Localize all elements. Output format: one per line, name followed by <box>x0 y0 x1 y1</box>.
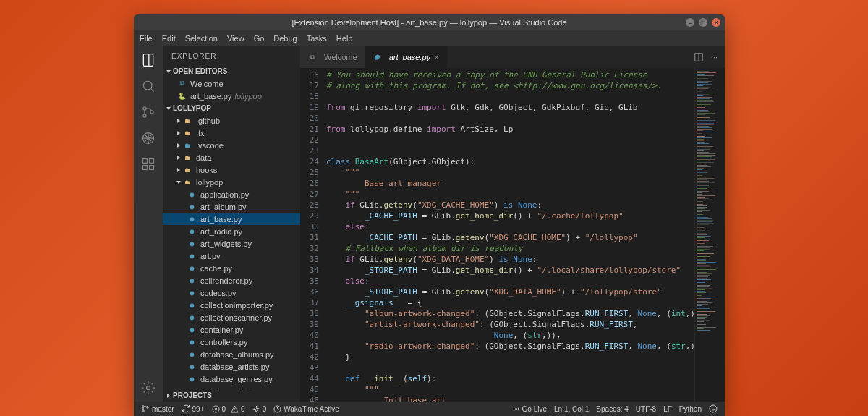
editor-actions: ··· <box>686 46 725 68</box>
folder-item[interactable]: 🖿.github <box>163 114 300 127</box>
indentation[interactable]: Spaces: 4 <box>596 405 628 413</box>
folder-item[interactable]: 🖿lollypop <box>163 176 300 188</box>
cursor-position[interactable]: Ln 1, Col 1 <box>554 405 589 413</box>
file-item[interactable]: ⬤application.py <box>163 188 300 200</box>
file-item[interactable]: ⬤database_genres.py <box>163 373 300 385</box>
project-section[interactable]: LOLLYPOP <box>163 102 300 114</box>
language-mode[interactable]: Python <box>679 405 702 413</box>
menu-go[interactable]: Go <box>254 34 265 43</box>
python-file-icon: 🐍 <box>177 91 187 101</box>
problems[interactable]: 0 0 <box>212 405 245 413</box>
file-item[interactable]: ⬤database_albums.py <box>163 348 300 360</box>
python-file-icon: ⬤ <box>187 337 197 347</box>
git-branch[interactable]: master <box>141 404 174 413</box>
maximize-button[interactable]: ▢ <box>699 18 707 27</box>
svg-point-9 <box>147 386 150 390</box>
source-control-icon[interactable] <box>140 104 156 120</box>
file-tree: 🖿.github🖿.tx🖿.vscode🖿data🖿hooks🖿lollypop… <box>163 114 300 389</box>
python-file-icon: ⬤ <box>187 263 197 273</box>
titlebar: [Extension Development Host] - art_base.… <box>134 14 725 30</box>
open-editors-section[interactable]: OPEN EDITORS <box>163 65 300 77</box>
python-file-icon: ⬤ <box>187 300 197 310</box>
chevron-icon <box>177 156 180 160</box>
editor-tab[interactable]: ⧉Welcome <box>300 46 365 68</box>
minimize-button[interactable]: ‒ <box>686 18 694 27</box>
editor-tabs: ⧉Welcome⬤art_base.py× ··· <box>300 46 725 68</box>
wakatime-status[interactable]: WakaTime Active <box>273 405 339 413</box>
python-file-icon: ⬤ <box>187 362 197 371</box>
debug-icon[interactable] <box>140 130 156 146</box>
editor-area: ⧉Welcome⬤art_base.py× ··· 16171819202122… <box>300 46 725 402</box>
eol[interactable]: LF <box>663 405 672 413</box>
projects-section[interactable]: PROJECTS <box>163 389 300 402</box>
chevron-right-icon <box>167 394 170 398</box>
python-file-icon: ⬤ <box>187 239 197 248</box>
file-item[interactable]: ⬤cache.py <box>163 262 300 274</box>
file-item[interactable]: ⬤controllers.py <box>163 336 300 348</box>
search-icon[interactable] <box>140 78 156 94</box>
file-item[interactable]: ⬤collectionimporter.py <box>163 299 300 311</box>
folder-icon: 🖿 <box>183 153 192 162</box>
menu-file[interactable]: File <box>140 34 153 43</box>
svg-rect-5 <box>143 159 148 164</box>
close-tab-icon[interactable]: × <box>434 53 438 61</box>
file-item[interactable]: ⬤cellrenderer.py <box>163 274 300 286</box>
folder-item[interactable]: 🖿.vscode <box>163 139 300 151</box>
folder-item[interactable]: 🖿data <box>163 151 300 164</box>
menu-help[interactable]: Help <box>336 34 353 43</box>
settings-gear-icon[interactable] <box>140 380 156 396</box>
explorer-icon[interactable] <box>140 52 156 68</box>
code-content[interactable]: # You should have received a copy of the… <box>326 68 694 402</box>
file-item[interactable]: ⬤codecs.py <box>163 286 300 299</box>
activity-bar <box>134 46 163 402</box>
svg-point-0 <box>143 81 152 90</box>
menu-tasks[interactable]: Tasks <box>307 34 327 43</box>
minimap[interactable] <box>694 68 725 402</box>
svg-point-17 <box>710 405 717 412</box>
chevron-icon <box>177 119 180 123</box>
python-file-icon: ⬤ <box>187 276 197 285</box>
folder-icon: 🖿 <box>183 165 192 174</box>
editor[interactable]: 1617181920212223242526272829303132333435… <box>300 68 725 402</box>
python-file-icon: ⬤ <box>187 288 197 297</box>
python-file-icon: ⬤ <box>187 251 197 260</box>
open-editor-item[interactable]: ⧉Welcome <box>163 77 300 90</box>
file-item[interactable]: ⬤container.py <box>163 323 300 336</box>
menu-view[interactable]: View <box>227 34 244 43</box>
menu-debug[interactable]: Debug <box>273 34 297 43</box>
feedback-icon[interactable] <box>709 404 718 413</box>
git-sync[interactable]: 99+ <box>182 404 205 413</box>
split-editor-icon[interactable] <box>694 52 704 62</box>
file-item[interactable]: ⬤art_radio.py <box>163 225 300 237</box>
folder-item[interactable]: 🖿.tx <box>163 127 300 139</box>
chevron-icon <box>177 131 180 135</box>
svg-rect-6 <box>150 159 154 164</box>
folder-icon: 🖿 <box>183 140 192 150</box>
sidebar-title: EXPLORER <box>163 46 300 65</box>
svg-point-1 <box>143 107 146 110</box>
window-controls: ‒ ▢ ✕ <box>686 18 720 27</box>
folder-icon: 🖿 <box>183 177 192 187</box>
editor-tab[interactable]: ⬤art_base.py× <box>365 46 447 68</box>
more-actions-icon[interactable]: ··· <box>711 53 718 61</box>
open-editor-item[interactable]: 🐍art_base.pylollypop <box>163 90 300 102</box>
folder-item[interactable]: 🖿hooks <box>163 164 300 176</box>
file-item[interactable]: ⬤art_widgets.py <box>163 237 300 250</box>
encoding[interactable]: UTF-8 <box>636 405 656 413</box>
vscode-icon: ⧉ <box>177 79 187 88</box>
file-item[interactable]: ⬤art.py <box>163 250 300 262</box>
menu-edit[interactable]: Edit <box>162 34 176 43</box>
svg-point-11 <box>142 406 145 408</box>
svg-point-12 <box>142 410 145 412</box>
close-button[interactable]: ✕ <box>712 18 720 27</box>
file-item[interactable]: ⬤database_artists.py <box>163 360 300 373</box>
gutter: 1617181920212223242526272829303132333435… <box>300 68 326 402</box>
menu-selection[interactable]: Selection <box>185 34 218 43</box>
file-item[interactable]: ⬤art_album.py <box>163 200 300 213</box>
live-server-port[interactable]: 0 <box>252 405 267 413</box>
file-item[interactable]: ⬤art_base.py <box>163 213 300 225</box>
go-live[interactable]: Go Live <box>512 405 547 413</box>
extensions-icon[interactable] <box>140 156 156 172</box>
file-item[interactable]: ⬤collectionscanner.py <box>163 311 300 323</box>
python-file-icon: ⬤ <box>187 313 197 322</box>
